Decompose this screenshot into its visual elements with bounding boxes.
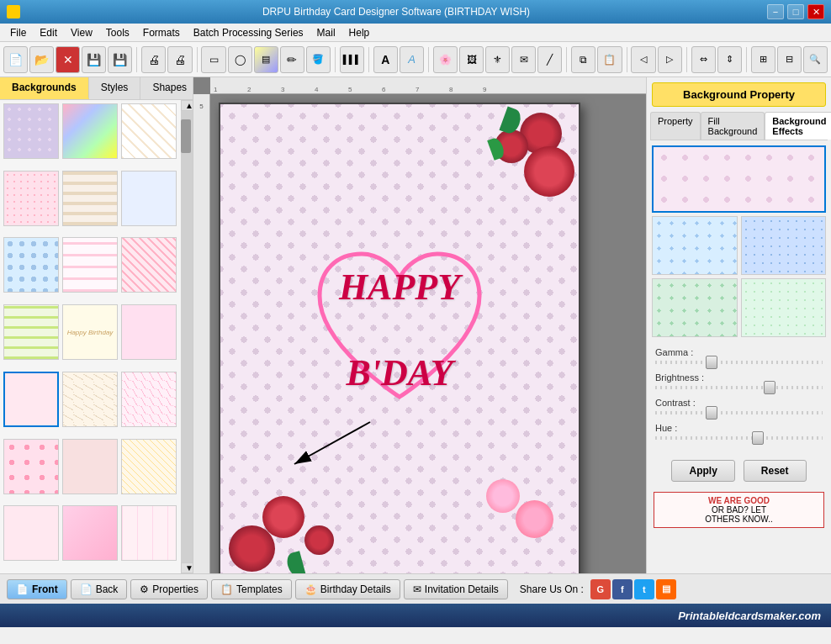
- paste-button[interactable]: 📋: [597, 46, 622, 73]
- back-button[interactable]: 📄 Back: [71, 579, 128, 599]
- bg-preview-2[interactable]: [741, 216, 827, 275]
- bg-preview-4[interactable]: [741, 278, 827, 337]
- bg-thumb-2[interactable]: [62, 103, 118, 159]
- menu-formats[interactable]: Formats: [136, 25, 187, 40]
- menu-view[interactable]: View: [64, 25, 99, 40]
- card-canvas[interactable]: HAPPY B'DAY: [219, 103, 580, 573]
- social-facebook-button[interactable]: f: [612, 579, 633, 599]
- bg-thumb-4[interactable]: [3, 171, 59, 226]
- grid-button[interactable]: ⊞: [751, 46, 775, 73]
- maximize-button[interactable]: □: [787, 4, 804, 19]
- social-google-button[interactable]: G: [590, 579, 611, 599]
- grid2-button[interactable]: ⊟: [777, 46, 802, 73]
- scroll-down[interactable]: ▼: [181, 562, 193, 573]
- pen-button[interactable]: ✏: [280, 46, 304, 73]
- leaf-bl-1: [285, 551, 306, 573]
- bg-thumb-14[interactable]: [62, 372, 118, 427]
- bg-preview-main[interactable]: [652, 145, 826, 213]
- line-button[interactable]: ╱: [537, 46, 562, 73]
- scroll-thumb[interactable]: [181, 119, 191, 153]
- bg-thumb-8[interactable]: [62, 237, 118, 293]
- copy-button[interactable]: ⧉: [571, 46, 595, 73]
- bg-thumb-20[interactable]: [62, 505, 118, 561]
- apply-button[interactable]: Apply: [671, 460, 734, 482]
- bg-thumb-15[interactable]: [121, 372, 177, 427]
- bg-thumb-10[interactable]: [3, 304, 59, 360]
- fill-button[interactable]: 🪣: [306, 46, 331, 73]
- front-button[interactable]: 📄 Front: [7, 579, 67, 599]
- gradient-button[interactable]: ▤: [254, 46, 278, 73]
- bg-thumb-13[interactable]: [3, 372, 59, 427]
- reset-button[interactable]: Reset: [744, 460, 807, 482]
- birthday-details-button[interactable]: 🎂 Birthday Details: [295, 579, 400, 599]
- bg-thumb-17[interactable]: [62, 439, 118, 494]
- flip-v-button[interactable]: ⇕: [717, 46, 742, 73]
- gamma-track[interactable]: [655, 361, 823, 364]
- clip-art2-button[interactable]: ⚜: [485, 46, 510, 73]
- bg-thumb-1[interactable]: [3, 103, 59, 159]
- scroll-up[interactable]: ▲: [181, 100, 193, 111]
- bg-thumb-3[interactable]: [121, 103, 177, 159]
- bg-thumb-5[interactable]: [62, 171, 118, 226]
- tab-shapes[interactable]: Shapes: [140, 77, 199, 99]
- zoom-in-button[interactable]: 🔍: [803, 46, 828, 73]
- menu-help[interactable]: Help: [342, 25, 377, 40]
- word-art-button[interactable]: A: [400, 46, 424, 73]
- hue-thumb[interactable]: [752, 431, 764, 445]
- tab-fill-background[interactable]: Fill Background: [701, 112, 765, 140]
- minimize-button[interactable]: −: [767, 4, 784, 19]
- social-twitter-button[interactable]: t: [634, 579, 654, 599]
- bg-thumb-19[interactable]: [3, 505, 59, 561]
- bg-thumb-18[interactable]: [121, 439, 177, 494]
- bg-preview-1[interactable]: [652, 216, 738, 275]
- shape-rect-button[interactable]: ▭: [201, 46, 225, 73]
- menu-edit[interactable]: Edit: [33, 25, 64, 40]
- move-right-button[interactable]: ▷: [658, 46, 682, 73]
- flip-h-button[interactable]: ⇔: [691, 46, 716, 73]
- move-left-button[interactable]: ◁: [631, 46, 655, 73]
- properties-button[interactable]: ⚙ Properties: [130, 579, 208, 599]
- bg-thumb-12[interactable]: [121, 304, 177, 360]
- save-button[interactable]: 💾: [82, 46, 106, 73]
- email-button[interactable]: ✉: [511, 46, 536, 73]
- tab-backgrounds[interactable]: Backgrounds: [0, 77, 89, 99]
- contrast-thumb[interactable]: [706, 406, 717, 420]
- menu-mail[interactable]: Mail: [310, 25, 342, 40]
- save-as-button[interactable]: 💾: [108, 46, 132, 73]
- barcode-button[interactable]: ▌▌▌: [340, 46, 364, 73]
- contrast-slider-row: Contrast :: [655, 398, 823, 414]
- shape-ellipse-button[interactable]: ◯: [228, 46, 252, 73]
- birthday-details-label: Birthday Details: [320, 583, 391, 595]
- new-button[interactable]: 📄: [3, 46, 28, 73]
- close-button[interactable]: ✕: [807, 4, 824, 19]
- bg-thumb-9[interactable]: [121, 237, 177, 293]
- tab-background-effects[interactable]: Background Effects: [765, 112, 831, 140]
- templates-button[interactable]: 📋 Templates: [211, 579, 292, 599]
- bg-preview-3[interactable]: [652, 278, 738, 337]
- close-doc-button[interactable]: ✕: [56, 46, 80, 73]
- bg-thumb-21[interactable]: [121, 505, 177, 561]
- menu-file[interactable]: File: [3, 25, 33, 40]
- text-button[interactable]: A: [373, 46, 398, 73]
- tab-property[interactable]: Property: [650, 112, 701, 140]
- gamma-thumb[interactable]: [706, 356, 717, 369]
- open-button[interactable]: 📂: [29, 46, 54, 73]
- menu-tools[interactable]: Tools: [99, 25, 136, 40]
- hue-track[interactable]: [655, 436, 823, 440]
- social-rss-button[interactable]: ▤: [656, 579, 676, 599]
- contrast-track[interactable]: [655, 411, 823, 414]
- clip-art-button[interactable]: 🌸: [433, 46, 458, 73]
- image-button[interactable]: 🖼: [459, 46, 484, 73]
- bg-thumb-7[interactable]: [3, 237, 59, 293]
- menu-batch[interactable]: Batch Processing Series: [187, 25, 310, 40]
- ruler-tick-8: 8: [449, 86, 483, 93]
- bg-thumb-11[interactable]: Happy Birthday: [62, 304, 118, 360]
- tab-styles[interactable]: Styles: [89, 77, 141, 99]
- bg-thumb-6[interactable]: [121, 171, 177, 226]
- print-preview-button[interactable]: 🖨: [167, 46, 192, 73]
- invitation-details-button[interactable]: ✉ Invitation Details: [404, 579, 508, 599]
- bg-thumb-16[interactable]: [3, 439, 59, 494]
- print-button[interactable]: 🖨: [141, 46, 166, 73]
- brightness-thumb[interactable]: [764, 381, 775, 394]
- brightness-track[interactable]: [655, 386, 823, 389]
